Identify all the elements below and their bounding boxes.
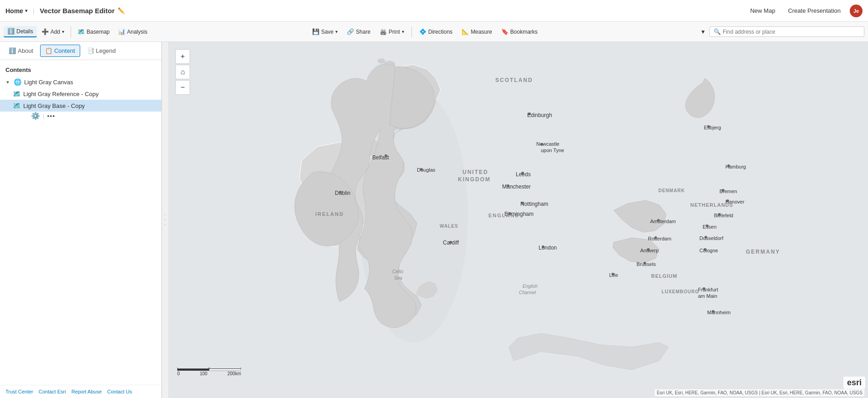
home-chevron-icon: ▾	[25, 8, 27, 13]
svg-point-67	[718, 213, 721, 216]
legend-icon: 📑	[87, 47, 94, 54]
print-icon: 🖨️	[380, 28, 387, 35]
measure-icon: 📐	[462, 28, 469, 35]
layer-ref-name: Light Gray Reference - Copy	[23, 91, 158, 97]
bookmarks-icon: 🔖	[501, 28, 508, 35]
sidebar-footer: Trust Center Contact Esri Report Abuse C…	[0, 385, 161, 398]
sidebar-collapse-handle[interactable]: · · ·	[162, 42, 168, 398]
new-map-button[interactable]: New Map	[746, 5, 779, 16]
svg-point-66	[726, 199, 729, 202]
main-content: ℹ️ About 📋 Content 📑 Legend Contents ▼ 🌐…	[0, 42, 868, 398]
sidebar-tabs: ℹ️ About 📋 Content 📑 Legend	[0, 42, 161, 60]
add-label: Add	[51, 29, 60, 35]
basemap-icon: 🗺️	[77, 28, 85, 35]
collapse-handle-dots: · · ·	[162, 214, 169, 226]
basemap-button[interactable]: 🗺️ Basemap	[74, 26, 113, 37]
attribution-text: Esri UK, Esri, HERE, Garmin, FAO, NOAA, …	[657, 390, 863, 395]
svg-text:am Main: am Main	[698, 293, 717, 299]
about-label: About	[18, 47, 33, 54]
sidebar-content: Contents ▼ 🌐 Light Gray Canvas 🗺️ Light …	[0, 60, 161, 385]
home-extent-button[interactable]: ⌂	[175, 65, 190, 79]
tab-content[interactable]: 📋 Content	[40, 45, 80, 57]
layer-canvas-name: Light Gray Canvas	[24, 79, 158, 86]
print-button[interactable]: 🖨️ Print ▾	[376, 26, 408, 37]
svg-point-71	[703, 287, 705, 290]
svg-text:UNITED: UNITED	[462, 169, 488, 175]
svg-point-49	[385, 154, 387, 157]
scale-200km: 200km	[227, 371, 241, 376]
directions-icon: 💠	[419, 28, 426, 35]
nav-divider: |	[33, 7, 34, 14]
svg-point-51	[521, 172, 524, 174]
analysis-button[interactable]: 📊 Analysis	[114, 26, 151, 37]
bookmarks-button[interactable]: 🔖 Bookmarks	[498, 26, 541, 37]
layer-settings-icon[interactable]: ⚙️	[31, 112, 40, 120]
details-button[interactable]: ℹ️ Details	[4, 26, 37, 37]
toolbar: ℹ️ Details ➕ Add ▾ 🗺️ Basemap 📊 Analysis…	[0, 22, 868, 42]
trust-center-link[interactable]: Trust Center	[5, 389, 33, 394]
svg-text:BELGIUM: BELGIUM	[651, 273, 678, 279]
user-avatar[interactable]: Je	[850, 5, 863, 17]
contents-heading: Contents	[0, 64, 161, 76]
svg-point-48	[528, 112, 531, 115]
svg-text:Bielefeld: Bielefeld	[714, 213, 733, 218]
content-label: Content	[54, 47, 75, 54]
map-attribution: Esri UK, Esri, HERE, Garmin, FAO, NOAA, …	[655, 389, 864, 396]
create-presentation-button[interactable]: Create Presentation	[784, 5, 844, 16]
zoom-out-button[interactable]: −	[175, 80, 190, 95]
svg-text:English: English	[523, 284, 538, 289]
print-label: Print	[389, 29, 400, 35]
toolbar-divider-1	[71, 26, 71, 37]
layer-light-gray-reference[interactable]: 🗺️ Light Gray Reference - Copy	[0, 88, 161, 100]
edit-icon[interactable]: ✏️	[118, 7, 125, 14]
search-filter-button[interactable]: ▼	[699, 27, 708, 37]
svg-point-54	[449, 241, 452, 244]
content-icon: 📋	[45, 47, 52, 54]
layer-light-gray-canvas[interactable]: ▼ 🌐 Light Gray Canvas	[0, 76, 161, 88]
svg-text:KINGDOM: KINGDOM	[458, 176, 491, 183]
scale-labels: 0 100 200km	[177, 371, 241, 376]
share-button[interactable]: 🔗 Share	[343, 26, 374, 37]
svg-point-57	[521, 202, 524, 204]
svg-text:Nottingham: Nottingham	[520, 201, 548, 207]
tab-about[interactable]: ℹ️ About	[4, 45, 38, 57]
add-dropdown-icon: ▾	[62, 29, 64, 34]
bookmarks-label: Bookmarks	[510, 29, 538, 35]
contact-esri-link[interactable]: Contact Esri	[39, 389, 66, 394]
svg-rect-79	[209, 369, 241, 371]
home-button[interactable]: Home ▾	[5, 7, 27, 15]
svg-text:LUXEMBOURG: LUXEMBOURG	[662, 289, 699, 294]
toolbar-center: 💾 Save ▾ 🔗 Share 🖨️ Print ▾ 💠 Directions…	[153, 26, 697, 37]
filter-icon: ▼	[700, 29, 706, 35]
svg-point-68	[704, 236, 707, 239]
svg-point-59	[654, 236, 657, 239]
legend-label: Legend	[96, 47, 116, 54]
svg-point-62	[643, 262, 646, 265]
layer-more-button[interactable]: •••	[47, 112, 55, 120]
directions-button[interactable]: 💠 Directions	[416, 26, 456, 37]
report-abuse-link[interactable]: Report Abuse	[72, 389, 102, 394]
svg-text:Sea: Sea	[394, 276, 402, 281]
svg-text:London: London	[539, 245, 557, 251]
toolbar-right: ▼ 🔍	[699, 26, 864, 37]
add-icon: ➕	[41, 28, 49, 35]
svg-text:IRELAND: IRELAND	[315, 211, 344, 217]
zoom-in-button[interactable]: +	[175, 49, 190, 64]
svg-rect-78	[177, 369, 209, 371]
svg-text:Rotterdam: Rotterdam	[648, 236, 671, 241]
scale-svg	[177, 364, 241, 371]
scale-bar: 0 100 200km	[177, 364, 241, 376]
add-button[interactable]: ➕ Add ▾	[38, 26, 68, 37]
measure-button[interactable]: 📐 Measure	[458, 26, 496, 37]
nav-left: Home ▾ | Vector Basemap Editor ✏️	[5, 7, 125, 15]
svg-point-61	[647, 248, 650, 251]
contact-us-link[interactable]: Contact Us	[107, 389, 132, 394]
map-controls: + ⌂ −	[175, 49, 190, 95]
search-box[interactable]: 🔍	[709, 26, 864, 37]
search-input[interactable]	[723, 29, 860, 35]
map-area[interactable]: Edinburgh Belfast Newcastle upon Tyne Le…	[168, 42, 868, 398]
svg-text:NETHERLANDS: NETHERLANDS	[690, 202, 733, 208]
layer-light-gray-base[interactable]: 🗺️ Light Gray Base - Copy	[0, 100, 161, 112]
tab-legend[interactable]: 📑 Legend	[82, 45, 121, 57]
save-button[interactable]: 💾 Save ▾	[308, 26, 341, 37]
